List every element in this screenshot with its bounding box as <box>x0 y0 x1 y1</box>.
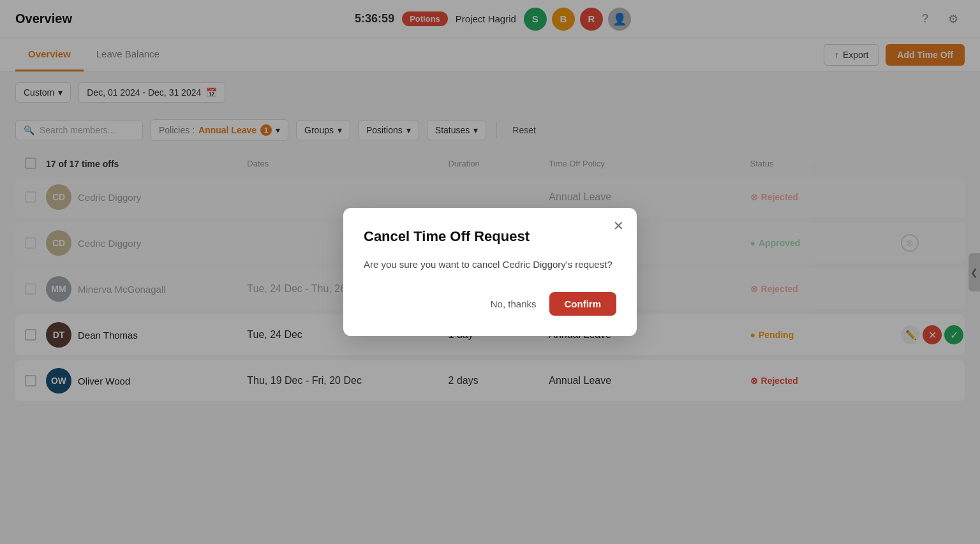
close-icon: ✕ <box>613 219 624 233</box>
modal-body: Are you sure you want to cancel Cedric D… <box>364 258 616 272</box>
cancel-time-off-modal: ✕ Cancel Time Off Request Are you sure y… <box>343 208 637 337</box>
modal-overlay[interactable]: ✕ Cancel Time Off Request Are you sure y… <box>0 0 980 422</box>
modal-title: Cancel Time Off Request <box>364 228 616 245</box>
modal-close-button[interactable]: ✕ <box>613 218 624 233</box>
modal-footer: No, thanks Confirm <box>364 292 616 316</box>
no-thanks-button[interactable]: No, thanks <box>488 293 539 314</box>
confirm-button[interactable]: Confirm <box>549 292 617 316</box>
